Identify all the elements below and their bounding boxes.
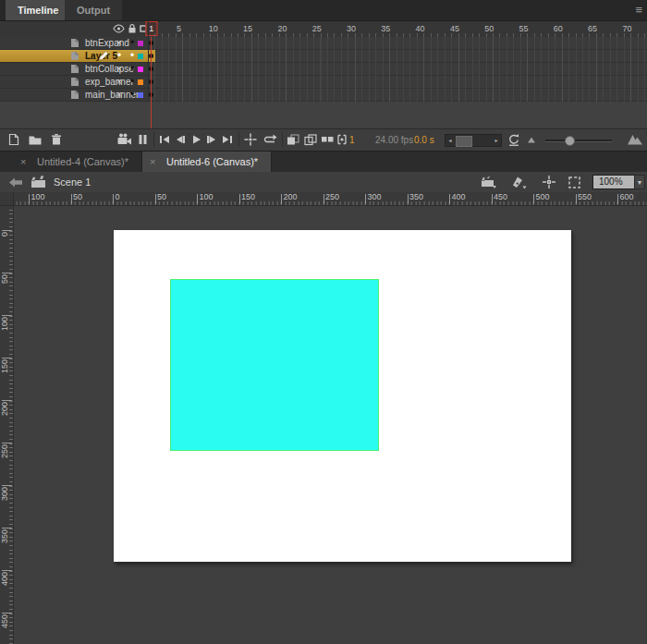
timeline-zoom-slider-knob[interactable] (565, 136, 575, 146)
layer-row-btncollapse[interactable]: btnCollapse×• (0, 63, 148, 76)
edit-symbols-button[interactable] (510, 176, 527, 189)
layer-visibility-toggle[interactable]: × (114, 37, 125, 49)
edit-scene-button[interactable] (481, 176, 496, 188)
tab-timeline[interactable]: Timeline (6, 0, 70, 20)
layer-lock-toggle[interactable]: • (127, 89, 138, 101)
show-parenting-view-button[interactable] (136, 132, 151, 147)
ruler-major-tick (29, 194, 30, 204)
play-button[interactable] (189, 132, 203, 147)
ruler-major-tick (576, 194, 577, 204)
step-forward-one-frame-button[interactable] (204, 132, 219, 147)
frame-number-10[interactable]: 10 (209, 24, 218, 33)
ruler-major-tick (71, 194, 72, 204)
ruler-major-tick (2, 443, 12, 444)
layer-lock-toggle[interactable]: • (127, 37, 138, 49)
layer-outline-color-swatch[interactable] (138, 79, 143, 85)
timeline-frame-grid[interactable] (148, 37, 647, 102)
v-ruler-label: 300 (0, 487, 11, 501)
scene-clapperboard-icon (31, 176, 46, 188)
back-arrow-icon[interactable] (9, 177, 23, 188)
delete-layer-button[interactable] (49, 132, 64, 147)
layer-row-exp_banner[interactable]: exp_banner×• (0, 76, 148, 89)
clip-content-outside-stage-button[interactable] (568, 176, 581, 189)
layer-visibility-toggle[interactable]: × (114, 89, 125, 101)
loop-playback-button[interactable] (262, 132, 277, 147)
scroll-right-icon[interactable]: ▸ (492, 135, 501, 146)
layer-outline-color-swatch[interactable] (138, 67, 143, 72)
current-frame-value[interactable]: 1 (349, 129, 355, 152)
scrollbar-thumb[interactable] (456, 136, 472, 147)
frame-number-5[interactable]: 5 (177, 24, 181, 33)
horizontal-ruler[interactable]: 1005005010015020025030035040045050055060… (0, 192, 647, 206)
show-hide-column-eye-icon[interactable] (113, 24, 125, 33)
new-folder-button[interactable] (28, 132, 43, 147)
layer-outline-color-swatch[interactable] (138, 41, 143, 46)
layer-visibility-toggle[interactable]: × (114, 63, 125, 75)
frame-number-25[interactable]: 25 (312, 24, 322, 33)
stage-zoom-input[interactable]: 100% (592, 175, 639, 189)
close-tab-icon[interactable]: × (150, 152, 155, 173)
ruler-major-tick (281, 194, 282, 204)
zoom-in-timeline-icon[interactable] (627, 132, 641, 147)
timeline-zoom-slider[interactable] (545, 140, 612, 142)
ruler-major-tick (155, 194, 156, 204)
document-tab-1[interactable]: ×Untitled-4 (Canvas)* (13, 152, 142, 173)
frame-number-45[interactable]: 45 (450, 24, 459, 33)
frame-number-35[interactable]: 35 (381, 24, 390, 33)
go-to-first-frame-button[interactable] (157, 132, 172, 147)
frame-rate-value[interactable]: 24.00 fps (375, 129, 413, 151)
go-to-last-frame-button[interactable] (220, 132, 235, 147)
h-ruler-label: 200 (284, 192, 298, 201)
edit-multiple-frames-button[interactable] (320, 132, 335, 147)
ruler-major-tick (2, 315, 12, 316)
layer-visibility-toggle[interactable]: × (114, 76, 125, 88)
zoom-out-timeline-icon[interactable] (527, 136, 542, 151)
scroll-left-icon[interactable]: ◂ (446, 135, 455, 146)
layer-lock-toggle[interactable]: • (127, 63, 138, 75)
frame-number-30[interactable]: 30 (347, 24, 356, 33)
close-tab-icon[interactable]: × (20, 152, 26, 173)
reset-timeline-zoom-button[interactable] (507, 132, 521, 147)
frame-scrollbar[interactable]: ◂ ▸ (445, 134, 502, 147)
layer-row-main_banner[interactable]: main_banner×• (0, 89, 148, 102)
document-tab-2[interactable]: ×Untitled-6 (Canvas)* (142, 152, 272, 173)
frame-number-65[interactable]: 65 (588, 24, 597, 33)
center-frame-button[interactable] (243, 132, 258, 147)
layer-row-layer-5[interactable]: Layer 5•• (0, 50, 148, 63)
layer-outline-color-swatch[interactable] (138, 54, 143, 59)
frame-number-15[interactable]: 15 (243, 24, 252, 33)
layer-row-btnexpand[interactable]: btnExpand×• (0, 37, 148, 50)
vertical-ruler[interactable]: 050100150200250300350400450 (0, 205, 14, 644)
scene-name-label[interactable]: Scene 1 (54, 172, 91, 192)
modify-markers-button[interactable] (335, 132, 349, 147)
layer-lock-toggle[interactable]: • (127, 76, 138, 88)
v-ruler-label: 400 (0, 572, 11, 586)
tab-output[interactable]: Output (65, 0, 122, 20)
frame-number-50[interactable]: 50 (484, 24, 494, 33)
v-ruler-label: 100 (0, 317, 11, 331)
cyan-rectangle-shape[interactable] (170, 279, 379, 451)
lock-column-icon[interactable] (128, 23, 137, 34)
playhead-line[interactable] (151, 37, 152, 129)
step-back-one-frame-button[interactable] (173, 132, 188, 147)
h-ruler-label: 50 (73, 192, 82, 201)
elapsed-time-value[interactable]: 0.0 s (414, 129, 434, 152)
new-layer-button[interactable] (6, 132, 21, 147)
center-stage-button[interactable] (542, 175, 556, 189)
stage[interactable] (114, 230, 571, 562)
document-tab-bar: ×Untitled-4 (Canvas)*×Untitled-6 (Canvas… (0, 151, 647, 173)
frame-number-55[interactable]: 55 (519, 24, 529, 33)
layer-lock-toggle[interactable]: • (127, 50, 138, 62)
add-camera-button[interactable] (116, 132, 131, 147)
panel-menu-icon[interactable]: ≡ (635, 1, 642, 19)
frame-number-70[interactable]: 70 (622, 24, 631, 33)
layer-page-icon (70, 38, 79, 48)
onion-skin-button[interactable] (286, 132, 300, 147)
frame-number-20[interactable]: 20 (277, 24, 287, 33)
frame-number-60[interactable]: 60 (554, 24, 563, 33)
layer-visibility-toggle[interactable]: • (114, 50, 125, 62)
layer-outline-color-swatch[interactable] (138, 92, 143, 98)
onion-skin-outlines-button[interactable] (303, 132, 318, 147)
stage-zoom-dropdown-icon[interactable]: ▼ (634, 175, 645, 189)
frame-number-40[interactable]: 40 (416, 24, 425, 33)
